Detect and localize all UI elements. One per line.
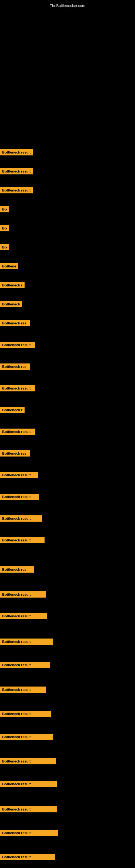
bottleneck-item[interactable]: Bottleneck res — [0, 320, 30, 326]
site-title: TheBottlenecker.com — [0, 1, 135, 10]
bottleneck-item[interactable]: Bottleneck result — [0, 758, 56, 764]
bottleneck-item[interactable]: Bo — [0, 225, 9, 231]
bottleneck-item[interactable]: Bottleneck result — [0, 472, 38, 478]
bottleneck-item[interactable]: Bottleneck result — [0, 516, 42, 522]
bottleneck-item[interactable]: Bottleneck r — [0, 282, 25, 288]
bottleneck-item[interactable]: Bottleneck result — [0, 537, 45, 543]
bottleneck-item[interactable]: Bottleneck result — [0, 830, 58, 836]
bottleneck-item[interactable]: Bottleneck result — [0, 591, 46, 597]
bottleneck-item[interactable]: Bottleneck result — [0, 429, 35, 435]
bottleneck-item[interactable]: Bottleneck result — [0, 613, 47, 619]
bottleneck-item[interactable]: Bottlene — [0, 263, 18, 269]
bottleneck-item[interactable]: Bottleneck r — [0, 407, 25, 413]
bottleneck-item[interactable]: Bottleneck — [0, 301, 22, 307]
bottleneck-item[interactable]: Bottleneck result — [0, 385, 35, 392]
bottleneck-item[interactable]: Bottleneck result — [0, 187, 33, 193]
bottleneck-item[interactable]: Bottleneck result — [0, 734, 53, 740]
bottleneck-item[interactable]: Bottleneck res — [0, 450, 30, 457]
bottleneck-item[interactable]: Bottleneck result — [0, 494, 39, 500]
bottleneck-item[interactable]: Bottleneck result — [0, 342, 35, 348]
bottleneck-item[interactable]: Bottleneck result — [0, 711, 51, 717]
bottleneck-item[interactable]: Bottleneck res — [0, 364, 30, 370]
bottleneck-item[interactable]: Bo — [0, 206, 9, 212]
bottleneck-item[interactable]: Bottleneck result — [0, 639, 53, 645]
bottleneck-item[interactable]: Bo — [0, 244, 9, 250]
bottleneck-item[interactable]: Bottleneck result — [0, 686, 46, 693]
bottleneck-item[interactable]: Bottleneck result — [0, 854, 55, 860]
bottleneck-item[interactable]: Bottleneck res — [0, 566, 34, 572]
bottleneck-item[interactable]: Bottleneck result — [0, 781, 57, 787]
bottleneck-item[interactable]: Bottleneck result — [0, 168, 33, 175]
bottleneck-item[interactable]: Bottleneck result — [0, 149, 33, 155]
bottleneck-item[interactable]: Bottleneck result — [0, 806, 57, 812]
bottleneck-item[interactable]: Bottleneck result — [0, 662, 50, 668]
